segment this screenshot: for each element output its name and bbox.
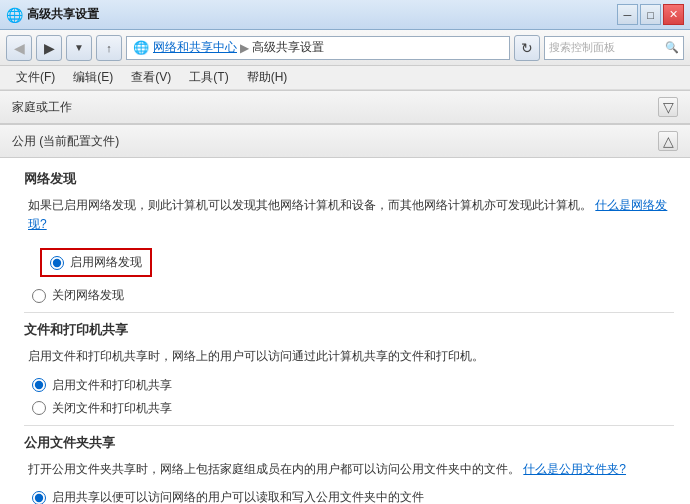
radio-enable-nd-label: 启用网络发现 <box>70 254 142 271</box>
search-placeholder: 搜索控制面板 <box>549 40 661 55</box>
section-public-title: 公用 (当前配置文件) <box>12 133 119 150</box>
file-printer-subsection: 文件和打印机共享 启用文件和打印机共享时，网络上的用户可以访问通过此计算机共享的… <box>24 321 674 416</box>
radio-disable-fps-input[interactable] <box>32 401 46 415</box>
menu-tools[interactable]: 工具(T) <box>181 67 236 88</box>
menu-file[interactable]: 文件(F) <box>8 67 63 88</box>
close-button[interactable]: ✕ <box>663 4 684 25</box>
menu-edit[interactable]: 编辑(E) <box>65 67 121 88</box>
minimize-button[interactable]: ─ <box>617 4 638 25</box>
menu-view[interactable]: 查看(V) <box>123 67 179 88</box>
maximize-button[interactable]: □ <box>640 4 661 25</box>
divider-1 <box>24 312 674 313</box>
search-box[interactable]: 搜索控制面板 🔍 <box>544 36 684 60</box>
breadcrumb: 🌐 网络和共享中心 ▶ 高级共享设置 <box>126 36 510 60</box>
radio-enable-nd-input[interactable] <box>50 256 64 270</box>
public-folder-link[interactable]: 什么是公用文件夹? <box>523 462 626 476</box>
radio-disable-fps-label: 关闭文件和打印机共享 <box>52 400 172 417</box>
public-folder-desc: 打开公用文件夹共享时，网络上包括家庭组成员在内的用户都可以访问公用文件夹中的文件… <box>24 460 674 479</box>
breadcrumb-part1[interactable]: 网络和共享中心 <box>153 39 237 56</box>
up-button[interactable]: ↑ <box>96 35 122 61</box>
title-controls: ─ □ ✕ <box>617 4 684 25</box>
radio-enable-nd-highlighted: 启用网络发现 <box>40 248 152 277</box>
section-home-work[interactable]: 家庭或工作 ▽ <box>0 90 690 124</box>
radio-enable-fps-label: 启用文件和打印机共享 <box>52 377 172 394</box>
dropdown-button[interactable]: ▼ <box>66 35 92 61</box>
file-printer-title: 文件和打印机共享 <box>24 321 674 339</box>
section-home-work-toggle[interactable]: ▽ <box>658 97 678 117</box>
radio-enable-pfs: 启用共享以便可以访问网络的用户可以读取和写入公用文件夹中的文件 <box>32 489 674 504</box>
public-folder-subsection: 公用文件夹共享 打开公用文件夹共享时，网络上包括家庭组成员在内的用户都可以访问公… <box>24 434 674 504</box>
breadcrumb-part2: 高级共享设置 <box>252 39 324 56</box>
radio-disable-nd-input[interactable] <box>32 289 46 303</box>
search-icon[interactable]: 🔍 <box>665 41 679 54</box>
network-discovery-title: 网络发现 <box>24 170 674 188</box>
menu-help[interactable]: 帮助(H) <box>239 67 296 88</box>
main-content: 家庭或工作 ▽ 公用 (当前配置文件) △ 网络发现 如果已启用网络发现，则此计… <box>0 90 690 504</box>
title-bar: 🌐 高级共享设置 ─ □ ✕ <box>0 0 690 30</box>
radio-enable-nd-container: 启用网络发现 <box>32 244 674 281</box>
section-public[interactable]: 公用 (当前配置文件) △ <box>0 124 690 158</box>
refresh-button[interactable]: ↻ <box>514 35 540 61</box>
window-title: 高级共享设置 <box>27 6 99 23</box>
divider-2 <box>24 425 674 426</box>
section-public-content: 网络发现 如果已启用网络发现，则此计算机可以发现其他网络计算机和设备，而其他网络… <box>0 158 690 504</box>
radio-enable-fps: 启用文件和打印机共享 <box>32 377 674 394</box>
address-bar: ◀ ▶ ▼ ↑ 🌐 网络和共享中心 ▶ 高级共享设置 ↻ 搜索控制面板 🔍 <box>0 30 690 66</box>
network-discovery-subsection: 网络发现 如果已启用网络发现，则此计算机可以发现其他网络计算机和设备，而其他网络… <box>24 170 674 304</box>
forward-button[interactable]: ▶ <box>36 35 62 61</box>
section-public-toggle[interactable]: △ <box>658 131 678 151</box>
title-bar-left: 🌐 高级共享设置 <box>6 6 99 23</box>
radio-enable-fps-input[interactable] <box>32 378 46 392</box>
section-home-work-title: 家庭或工作 <box>12 99 72 116</box>
breadcrumb-sep1: ▶ <box>240 41 249 55</box>
radio-enable-pfs-label: 启用共享以便可以访问网络的用户可以读取和写入公用文件夹中的文件 <box>52 489 424 504</box>
network-discovery-desc: 如果已启用网络发现，则此计算机可以发现其他网络计算机和设备，而其他网络计算机亦可… <box>24 196 674 234</box>
content-area: 家庭或工作 ▽ 公用 (当前配置文件) △ 网络发现 如果已启用网络发现，则此计… <box>0 90 690 504</box>
radio-disable-fps: 关闭文件和打印机共享 <box>32 400 674 417</box>
menu-bar: 文件(F) 编辑(E) 查看(V) 工具(T) 帮助(H) <box>0 66 690 90</box>
radio-enable-pfs-input[interactable] <box>32 491 46 504</box>
breadcrumb-icon: 🌐 <box>133 40 149 55</box>
radio-disable-nd-label: 关闭网络发现 <box>52 287 124 304</box>
back-button[interactable]: ◀ <box>6 35 32 61</box>
window-icon: 🌐 <box>6 7 23 23</box>
file-printer-desc: 启用文件和打印机共享时，网络上的用户可以访问通过此计算机共享的文件和打印机。 <box>24 347 674 366</box>
radio-disable-nd: 关闭网络发现 <box>32 287 674 304</box>
public-folder-title: 公用文件夹共享 <box>24 434 674 452</box>
